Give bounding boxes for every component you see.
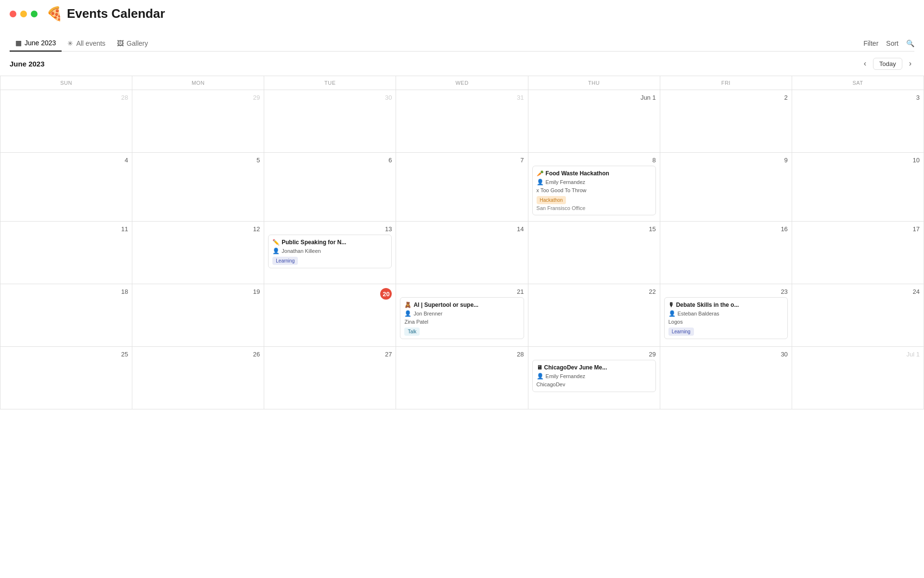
- day-cell-2-3[interactable]: 14: [396, 222, 528, 284]
- event-person-public-speaking: 👤 Jonathan Killeen: [272, 247, 387, 255]
- day-header-thu: THU: [528, 76, 660, 90]
- day-number-2-6: 17: [796, 225, 920, 233]
- search-icon[interactable]: 🔍: [906, 39, 914, 47]
- day-cell-3-4[interactable]: 22: [528, 284, 660, 347]
- day-header-sat: SAT: [792, 76, 924, 90]
- day-cell-1-6[interactable]: 10: [792, 153, 924, 222]
- week-row-4: 2526272829🖥 ChicagoDev June Me...👤 Emily…: [0, 347, 924, 409]
- prev-month-button[interactable]: ‹: [861, 57, 869, 70]
- day-cell-3-3[interactable]: 21🧸 AI | Supertool or supe...👤 Jon Brenn…: [396, 284, 528, 347]
- event-person-debate-skills: 👤 Esteban Balderas: [668, 309, 783, 318]
- header-actions: Filter Sort 🔍: [863, 39, 914, 47]
- day-cell-4-1[interactable]: 26: [132, 347, 264, 409]
- day-cell-0-2[interactable]: 30: [264, 90, 396, 153]
- event-card-food-waste[interactable]: 🥕 Food Waste Hackathon👤 Emily Fernandezx…: [532, 166, 656, 215]
- event-card-public-speaking[interactable]: ✏️ Public Speaking for N...👤 Jonathan Ki…: [268, 235, 392, 268]
- tab-all-events-label: All events: [76, 39, 105, 47]
- day-cell-2-6[interactable]: 17: [792, 222, 924, 284]
- week-row-3: 18192021🧸 AI | Supertool or supe...👤 Jon…: [0, 284, 924, 347]
- nav-controls: ‹ Today ›: [861, 57, 914, 70]
- day-number-0-4: Jun 1: [532, 94, 656, 101]
- day-cell-3-0[interactable]: 18: [0, 284, 132, 347]
- day-cell-2-5[interactable]: 16: [660, 222, 792, 284]
- day-cell-0-0[interactable]: 28: [0, 90, 132, 153]
- month-year-title: June 2023: [10, 60, 45, 68]
- day-cell-2-0[interactable]: 11: [0, 222, 132, 284]
- day-cell-0-4[interactable]: Jun 1: [528, 90, 660, 153]
- event-title-ai-supertool: 🧸 AI | Supertool or supe...: [404, 301, 519, 309]
- event-tag-debate-skills: Learning: [668, 328, 694, 336]
- event-title-public-speaking: ✏️ Public Speaking for N...: [272, 238, 387, 247]
- day-cell-0-1[interactable]: 29: [132, 90, 264, 153]
- day-cell-1-0[interactable]: 4: [0, 153, 132, 222]
- day-number-3-6: 24: [796, 288, 920, 295]
- event-org-food-waste: x Too Good To Throw: [537, 186, 652, 195]
- day-cell-0-5[interactable]: 2: [660, 90, 792, 153]
- event-tag-public-speaking: Learning: [272, 257, 298, 265]
- event-title-debate-skills: 🎙 Debate Skills in the o...: [668, 301, 783, 309]
- day-cell-0-6[interactable]: 3: [792, 90, 924, 153]
- today-button[interactable]: Today: [873, 58, 902, 70]
- day-number-0-0: 28: [4, 94, 128, 101]
- week-row-2: 111213✏️ Public Speaking for N...👤 Jonat…: [0, 222, 924, 284]
- day-cell-4-3[interactable]: 28: [396, 347, 528, 409]
- day-cell-1-4[interactable]: 8🥕 Food Waste Hackathon👤 Emily Fernandez…: [528, 153, 660, 222]
- event-card-debate-skills[interactable]: 🎙 Debate Skills in the o...👤 Esteban Bal…: [664, 297, 788, 339]
- calendar-nav: June 2023 ‹ Today ›: [0, 52, 924, 76]
- event-person-ai-supertool: 👤 Jon Brenner: [404, 309, 519, 318]
- day-cell-1-3[interactable]: 7: [396, 153, 528, 222]
- day-cell-4-0[interactable]: 25: [0, 347, 132, 409]
- day-number-3-1: 19: [136, 288, 260, 295]
- calendar-icon: ▦: [15, 39, 22, 47]
- event-title-food-waste: 🥕 Food Waste Hackathon: [537, 169, 652, 178]
- event-location-food-waste: San Fransisco Office: [537, 204, 652, 212]
- day-header-tue: TUE: [264, 76, 396, 90]
- maximize-button[interactable]: [31, 11, 38, 17]
- day-number-0-6: 3: [796, 94, 920, 101]
- day-number-4-2: 27: [268, 351, 392, 358]
- day-number-1-1: 5: [136, 157, 260, 164]
- sort-button[interactable]: Sort: [886, 39, 898, 47]
- day-cell-4-2[interactable]: 27: [264, 347, 396, 409]
- tab-all-events[interactable]: ✳ All events: [62, 36, 111, 51]
- day-cell-4-4[interactable]: 29🖥 ChicagoDev June Me...👤 Emily Fernand…: [528, 347, 660, 409]
- day-cell-2-2[interactable]: 13✏️ Public Speaking for N...👤 Jonathan …: [264, 222, 396, 284]
- event-card-chicagodev[interactable]: 🖥 ChicagoDev June Me...👤 Emily Fernandez…: [532, 360, 656, 392]
- day-cell-0-3[interactable]: 31: [396, 90, 528, 153]
- close-button[interactable]: [10, 11, 16, 17]
- day-cell-1-5[interactable]: 9: [660, 153, 792, 222]
- tab-gallery-label: Gallery: [127, 39, 148, 47]
- day-cell-4-6[interactable]: Jul 1: [792, 347, 924, 409]
- header: ▦ June 2023 ✳ All events 🖼 Gallery Filte…: [0, 22, 924, 52]
- calendar-grid: SUN MON TUE WED THU FRI SAT 28293031Jun …: [0, 76, 924, 409]
- day-number-3-0: 18: [4, 288, 128, 295]
- day-cell-3-6[interactable]: 24: [792, 284, 924, 347]
- tab-bar: ▦ June 2023 ✳ All events 🖼 Gallery Filte…: [10, 35, 914, 52]
- weeks: 28293031Jun 12345678🥕 Food Waste Hackath…: [0, 90, 924, 409]
- tab-calendar[interactable]: ▦ June 2023: [10, 35, 62, 52]
- day-number-0-1: 29: [136, 94, 260, 101]
- tab-calendar-label: June 2023: [25, 39, 56, 47]
- day-number-1-6: 10: [796, 157, 920, 164]
- day-number-4-6: Jul 1: [796, 351, 920, 358]
- day-number-3-5: 23: [664, 288, 788, 295]
- event-org-chicagodev: ChicagoDev: [537, 381, 652, 389]
- minimize-button[interactable]: [20, 11, 27, 17]
- next-month-button[interactable]: ›: [906, 57, 914, 70]
- day-cell-3-5[interactable]: 23🎙 Debate Skills in the o...👤 Esteban B…: [660, 284, 792, 347]
- day-cell-1-2[interactable]: 6: [264, 153, 396, 222]
- day-cell-1-1[interactable]: 5: [132, 153, 264, 222]
- day-cell-4-5[interactable]: 30: [660, 347, 792, 409]
- event-card-ai-supertool[interactable]: 🧸 AI | Supertool or supe...👤 Jon Brenner…: [400, 297, 524, 339]
- event-person-chicagodev: 👤 Emily Fernandez: [537, 372, 652, 381]
- filter-button[interactable]: Filter: [863, 39, 878, 47]
- day-header-sun: SUN: [0, 76, 132, 90]
- day-cell-2-1[interactable]: 12: [132, 222, 264, 284]
- day-cell-3-1[interactable]: 19: [132, 284, 264, 347]
- day-number-4-4: 29: [532, 351, 656, 358]
- day-cell-3-2[interactable]: 20: [264, 284, 396, 347]
- day-cell-2-4[interactable]: 15: [528, 222, 660, 284]
- tab-gallery[interactable]: 🖼 Gallery: [111, 36, 154, 51]
- day-number-0-3: 31: [400, 94, 524, 101]
- traffic-lights: [10, 11, 38, 17]
